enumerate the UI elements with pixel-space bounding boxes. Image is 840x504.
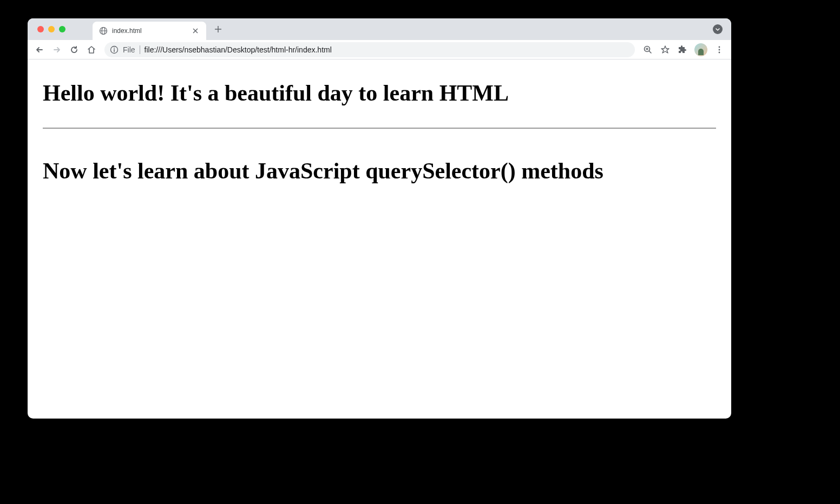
svg-point-15 bbox=[719, 49, 720, 50]
url-divider bbox=[140, 45, 140, 54]
forward-button[interactable] bbox=[49, 42, 64, 57]
minimize-window-button[interactable] bbox=[48, 26, 55, 32]
bookmark-icon[interactable] bbox=[658, 42, 673, 57]
info-icon[interactable] bbox=[110, 45, 119, 54]
svg-point-16 bbox=[719, 51, 720, 53]
browser-toolbar: File file:///Users/nsebhastian/Desktop/t… bbox=[28, 40, 731, 59]
svg-point-8 bbox=[114, 48, 115, 49]
zoom-icon[interactable] bbox=[640, 42, 655, 57]
maximize-window-button[interactable] bbox=[59, 26, 65, 32]
home-button[interactable] bbox=[84, 42, 99, 57]
svg-point-14 bbox=[719, 46, 720, 48]
extensions-icon[interactable] bbox=[675, 42, 690, 57]
page-heading-2: Now let's learn about JavaScript querySe… bbox=[43, 156, 716, 187]
page-heading-1: Hello world! It's a beautiful day to lea… bbox=[43, 80, 716, 106]
menu-icon[interactable] bbox=[712, 42, 727, 57]
close-window-button[interactable] bbox=[37, 26, 44, 32]
back-button[interactable] bbox=[32, 42, 47, 57]
svg-line-11 bbox=[649, 51, 651, 53]
window-controls bbox=[37, 26, 65, 32]
globe-icon bbox=[99, 26, 108, 35]
url-scheme-label: File bbox=[123, 45, 135, 54]
address-bar[interactable]: File file:///Users/nsebhastian/Desktop/t… bbox=[104, 42, 635, 57]
horizontal-rule bbox=[43, 128, 716, 129]
close-tab-icon[interactable] bbox=[191, 26, 200, 35]
new-tab-button[interactable] bbox=[211, 22, 226, 37]
url-text: file:///Users/nsebhastian/Desktop/test/h… bbox=[145, 45, 629, 54]
browser-tab[interactable]: index.html bbox=[93, 22, 206, 40]
browser-window: index.html bbox=[28, 18, 731, 419]
tab-title: index.html bbox=[112, 27, 187, 35]
tab-strip: index.html bbox=[28, 18, 731, 40]
reload-button[interactable] bbox=[67, 42, 82, 57]
search-tabs-button[interactable] bbox=[713, 24, 723, 34]
profile-avatar[interactable] bbox=[694, 43, 707, 56]
page-content: Hello world! It's a beautiful day to lea… bbox=[28, 59, 731, 223]
